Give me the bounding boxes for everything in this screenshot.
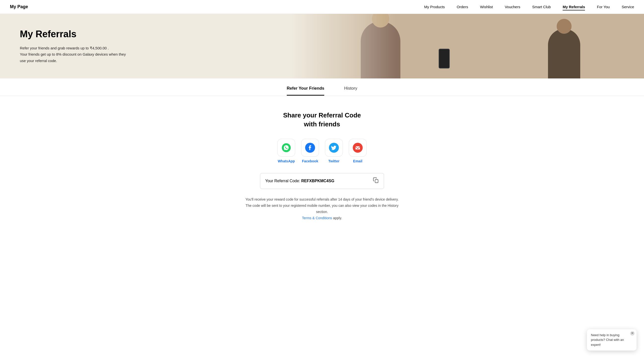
hero-desc-line2: Your friends get up to 8% discount on Ga… xyxy=(20,52,126,63)
footer-apply-text: apply. xyxy=(332,216,342,220)
tab-history[interactable]: History xyxy=(344,86,357,96)
nav-link-wishlist[interactable]: Wishlist xyxy=(480,5,493,10)
nav-item-my-referrals[interactable]: My Referrals xyxy=(563,5,585,9)
email-icon-wrap xyxy=(349,139,367,157)
referral-label-text: Your Referral Code: xyxy=(265,179,301,183)
hero-content: My Referrals Refer your friends and grab… xyxy=(0,19,149,74)
twitter-icon-wrap xyxy=(325,139,343,157)
brand-logo[interactable]: My Page xyxy=(10,4,28,10)
phone-prop xyxy=(438,49,450,69)
twitter-share-button[interactable]: Twitter xyxy=(325,139,343,163)
facebook-share-button[interactable]: Facebook xyxy=(301,139,319,163)
copy-svg-icon xyxy=(373,177,379,183)
footer-note-line2: The code will be sent to your registered… xyxy=(246,204,398,214)
email-share-button[interactable]: Email xyxy=(349,139,367,163)
nav-links: My Products Orders Wishlist Vouchers Sma… xyxy=(424,5,634,9)
nav-item-service[interactable]: Service xyxy=(622,5,634,9)
copy-icon[interactable] xyxy=(373,177,379,185)
nav-link-smart-club[interactable]: Smart Club xyxy=(532,5,551,10)
footer-note-line1: You'll receive your reward code for succ… xyxy=(245,197,399,201)
hero-banner: My Referrals Refer your friends and grab… xyxy=(0,14,644,79)
nav-item-wishlist[interactable]: Wishlist xyxy=(480,5,493,9)
nav-link-for-you[interactable]: For You xyxy=(597,5,610,10)
share-title: Share your Referral Code with friends xyxy=(283,111,361,129)
referral-code-value: REFXBPKMC4SG xyxy=(301,179,334,183)
whatsapp-icon xyxy=(282,143,291,152)
top-nav: My Page My Products Orders Wishlist Vouc… xyxy=(0,0,644,14)
person2-silhouette xyxy=(548,29,580,79)
nav-item-for-you[interactable]: For You xyxy=(597,5,610,9)
twitter-icon xyxy=(329,143,339,153)
facebook-icon xyxy=(305,143,315,153)
nav-item-my-products[interactable]: My Products xyxy=(424,5,445,9)
social-share-buttons: WhatsApp Facebook Twitter xyxy=(277,139,367,163)
hero-photo xyxy=(290,14,644,79)
person1-silhouette xyxy=(361,21,400,79)
share-title-line1: Share your Referral Code xyxy=(283,112,361,119)
hero-desc-line1: Refer your friends and grab rewards up t… xyxy=(20,46,109,50)
email-icon xyxy=(353,143,363,153)
nav-link-vouchers[interactable]: Vouchers xyxy=(505,5,520,10)
referral-code-box: Your Referral Code: REFXBPKMC4SG xyxy=(260,173,384,189)
whatsapp-share-button[interactable]: WhatsApp xyxy=(277,139,295,163)
footer-note: You'll receive your reward code for succ… xyxy=(245,196,399,221)
tab-refer-friends[interactable]: Refer Your Friends xyxy=(287,86,324,96)
whatsapp-icon-wrap xyxy=(277,139,295,157)
hero-title: My Referrals xyxy=(20,29,129,40)
referral-label: Your Referral Code: REFXBPKMC4SG xyxy=(265,179,334,183)
hero-image xyxy=(290,14,644,79)
nav-link-my-products[interactable]: My Products xyxy=(424,5,445,10)
twitter-label: Twitter xyxy=(328,159,340,163)
facebook-icon-wrap xyxy=(301,139,319,157)
hero-description: Refer your friends and grab rewards up t… xyxy=(20,45,129,64)
facebook-label: Facebook xyxy=(302,159,318,163)
tabs-bar: Refer Your Friends History xyxy=(0,79,644,96)
nav-link-service[interactable]: Service xyxy=(622,5,634,10)
whatsapp-label: WhatsApp xyxy=(278,159,295,163)
share-title-line2: with friends xyxy=(304,120,340,128)
svg-rect-4 xyxy=(375,179,378,183)
email-label: Email xyxy=(353,159,362,163)
nav-item-orders[interactable]: Orders xyxy=(457,5,468,9)
nav-item-smart-club[interactable]: Smart Club xyxy=(532,5,551,9)
terms-conditions-link[interactable]: Terms & Conditions xyxy=(302,216,332,220)
main-content: Share your Referral Code with friends Wh… xyxy=(0,96,644,236)
nav-item-vouchers[interactable]: Vouchers xyxy=(505,5,520,9)
nav-link-my-referrals[interactable]: My Referrals xyxy=(563,5,585,11)
nav-link-orders[interactable]: Orders xyxy=(457,5,468,10)
